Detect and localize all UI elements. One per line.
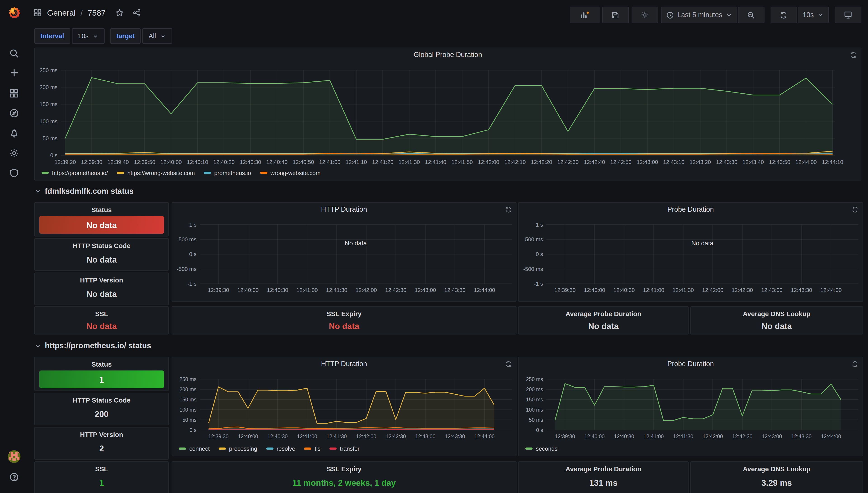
legend-item[interactable]: wrong-website.com [260,169,320,176]
section-title: fdmlksdmlfk.com status [45,187,133,195]
legend-label: resolve [276,445,295,452]
legend-item[interactable]: https://prometheus.io/ [42,169,108,176]
legend-item[interactable]: resolve [266,445,295,452]
svg-text:12:43:00: 12:43:00 [415,287,436,293]
sidebar-item-help[interactable] [0,468,27,486]
legend-item[interactable]: processing [219,445,257,452]
svg-text:150 ms: 150 ms [179,396,196,403]
svg-text:150 ms: 150 ms [526,396,543,403]
toolbar: Last 5 minutes 10s [570,6,862,23]
svg-text:-500 ms: -500 ms [523,266,543,272]
dashboard-settings-button[interactable] [631,6,658,23]
svg-text:12:39:30: 12:39:30 [554,287,576,293]
refresh-button[interactable] [771,6,797,23]
svg-text:12:40:30: 12:40:30 [240,159,261,165]
legend-item[interactable]: transfer [329,445,360,452]
legend-item[interactable]: seconds [525,445,557,452]
chart-legend: connectprocessingresolvetlstransfer [179,444,360,453]
panel-avg-probe-duration-1: Average Probe Duration No data [518,306,689,335]
panel-probe-duration-1: Probe Duration 1 s500 ms0 s-500 ms-1 s12… [518,202,863,302]
sidebar-item-alerting[interactable] [0,124,27,142]
http-duration-chart[interactable]: 0 s50 ms100 ms150 ms200 ms250 ms12:39:30… [172,357,516,456]
svg-text:12:41:10: 12:41:10 [346,159,367,165]
star-icon[interactable] [115,8,124,17]
global-probe-duration-chart[interactable]: 0 s50 ms100 ms150 ms200 ms250 ms12:39:20… [35,48,861,180]
sidebar-item-create[interactable] [0,63,27,82]
stat-title: HTTP Status Code [35,396,168,404]
variable-dropdown-interval[interactable]: 10s [72,28,105,44]
chart-legend: seconds [525,444,557,453]
variable-label-target: target [110,28,141,44]
svg-text:12:41:20: 12:41:20 [372,159,393,165]
share-icon[interactable] [132,8,141,17]
chevron-down-icon [92,33,98,39]
section-header-fdmlksdmlfk[interactable]: fdmlksdmlfk.com status [35,187,134,195]
grafana-logo[interactable] [0,3,27,22]
variable-dropdown-target[interactable]: All [142,28,172,44]
http-duration-chart-nodata[interactable]: 1 s500 ms0 s-500 ms-1 s12:39:3012:40:001… [172,202,516,301]
time-range-picker[interactable]: Last 5 minutes [661,6,737,23]
svg-text:12:42:00: 12:42:00 [703,433,723,440]
panel-ssl-2: SSL 1 [35,461,169,493]
kiosk-mode-button[interactable] [835,6,862,23]
stat-title: SSL [35,465,168,473]
breadcrumb-folder[interactable]: General [47,8,75,17]
svg-text:12:41:00: 12:41:00 [644,433,664,440]
svg-text:0 s: 0 s [536,427,543,433]
legend-item[interactable]: connect [179,445,210,452]
svg-text:12:41:50: 12:41:50 [451,159,473,165]
svg-text:12:43:30: 12:43:30 [791,287,812,293]
svg-text:12:40:20: 12:40:20 [214,159,235,165]
svg-text:12:40:40: 12:40:40 [266,159,288,165]
sidebar [0,0,27,493]
sidebar-item-explore[interactable] [0,104,27,122]
svg-text:12:40:00: 12:40:00 [238,433,258,440]
stat-value: No data [35,289,168,299]
svg-text:0 s: 0 s [536,251,543,257]
grafana-logo-icon [6,5,21,20]
sidebar-item-search[interactable] [0,44,27,62]
svg-text:12:44:00: 12:44:00 [820,287,842,293]
legend-item[interactable]: prometheus.io [204,169,251,176]
legend-item[interactable]: tls [304,445,320,452]
stat-title: Status [35,361,168,368]
svg-text:-500 ms: -500 ms [177,266,196,272]
panel-http-duration-1: HTTP Duration 1 s500 ms0 s-500 ms-1 s12:… [172,202,516,302]
legend-label: seconds [536,445,558,452]
svg-text:12:39:20: 12:39:20 [54,159,76,165]
svg-text:12:41:00: 12:41:00 [319,159,340,165]
probe-duration-chart[interactable]: 0 s50 ms100 ms150 ms200 ms250 ms12:39:30… [519,357,863,456]
svg-text:12:43:50: 12:43:50 [769,159,790,165]
server-admin-icon [8,168,19,178]
legend-label: processing [229,445,257,452]
svg-text:No data: No data [345,240,367,247]
svg-text:No data: No data [691,240,713,247]
sidebar-item-server-admin[interactable] [0,163,27,182]
panel-http-status-code-1: HTTP Status Code No data [35,238,169,271]
panel-http-version-2: HTTP Version 2 [35,427,169,459]
svg-text:12:40:30: 12:40:30 [267,287,288,293]
sidebar-item-dashboards[interactable] [0,84,27,103]
svg-text:50 ms: 50 ms [529,417,543,423]
breadcrumb-separator: / [81,8,83,17]
refresh-interval-picker[interactable]: 10s [798,6,829,23]
add-panel-button[interactable] [570,6,599,23]
help-icon [8,472,19,482]
stat-title: HTTP Version [35,276,168,284]
section-header-prometheus[interactable]: https://prometheus.io/ status [35,341,151,350]
variable-label-interval: Interval [35,28,70,44]
sidebar-item-configuration[interactable] [0,143,27,162]
grafana-dashboard: General / 7587 Last 5 minutes 10s [0,0,868,493]
sidebar-item-profile[interactable] [0,447,27,466]
svg-text:12:42:20: 12:42:20 [531,159,552,165]
legend-swatch [525,448,533,450]
breadcrumb-page[interactable]: 7587 [88,8,106,17]
probe-duration-chart-nodata[interactable]: 1 s500 ms0 s-500 ms-1 s12:39:3012:40:001… [519,202,863,301]
svg-text:12:42:00: 12:42:00 [478,159,499,165]
alerting-icon [8,128,19,138]
svg-text:12:41:00: 12:41:00 [297,433,317,440]
save-dashboard-button[interactable] [602,6,629,23]
legend-item[interactable]: https://wrong-website.com [117,169,195,176]
zoom-out-button[interactable] [738,6,764,23]
legend-swatch [266,448,273,450]
